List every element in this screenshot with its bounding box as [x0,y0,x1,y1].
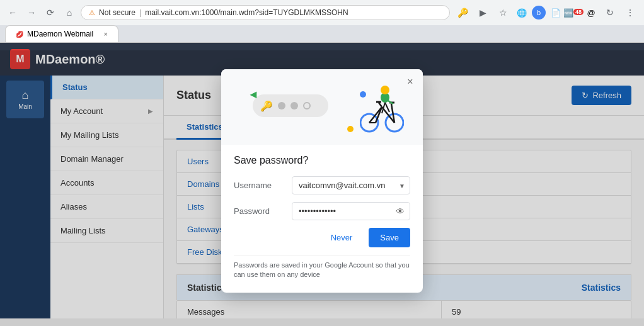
password-row: Password 👁 [234,202,410,220]
refresh-icon-btn[interactable]: ↻ [601,4,619,21]
save-password-dialog: × 🔑 ◄ [221,69,423,293]
address-bar[interactable]: ⚠ Not secure | mail.vait.com.vn:1000/mai… [81,5,450,20]
green-arrow-icon: ◄ [248,88,259,101]
dialog-illustration: 🔑 ◄ [221,69,423,145]
username-select[interactable]: vaitcomvn@vait.com.vn [292,176,410,194]
browser-toolbar: ← → ⟳ ⌂ ⚠ Not secure | mail.vait.com.vn:… [0,0,644,25]
reload-button[interactable]: ⟳ [43,5,58,20]
key-pill: 🔑 [253,94,328,117]
security-icon: ⚠ [89,9,95,17]
key-icon-btn[interactable]: 🔑 [454,4,471,21]
dialog-title: Save password? [234,155,410,166]
dialog-footer: Passwords are saved in your Google Accou… [234,255,410,280]
username-input-wrap: vaitcomvn@vait.com.vn ▼ [292,176,410,194]
yellow-dot [347,126,354,132]
address-separator: | [139,8,141,17]
dot-1 [278,102,285,110]
dialog-body: Save password? Username vaitcomvn@vait.c… [221,145,423,293]
never-button[interactable]: Never [319,228,364,247]
extension-5[interactable]: @ [584,5,599,20]
bookmark-icon-btn[interactable]: ☆ [494,4,512,21]
illustration-area: 🔑 ◄ [240,82,404,138]
tab-bar: 💋 MDaemon Webmail × [0,25,644,42]
home-button[interactable]: ⌂ [62,5,77,20]
back-button[interactable]: ← [5,5,20,20]
password-toggle-button[interactable]: 👁 [394,205,406,218]
browser-chrome: ← → ⟳ ⌂ ⚠ Not secure | mail.vait.com.vn:… [0,0,644,43]
cyclist-illustration [360,85,404,137]
save-button[interactable]: Save [369,228,410,247]
toolbar-icons: 🔑 ▶ ☆ 🌐 b 📄 🆕 48 @ ↻ ⋮ [454,4,639,21]
svg-line-6 [379,103,382,107]
extension-4[interactable]: 🆕 48 [566,5,581,20]
dialog-actions: Never Save [234,228,410,247]
key-icon: 🔑 [260,100,273,112]
svg-point-11 [381,86,389,94]
dot-3 [303,102,311,110]
password-input[interactable] [292,202,410,220]
overlay-backdrop: × 🔑 ◄ [0,50,644,318]
dialog-close-button[interactable]: × [403,74,418,89]
password-label: Password [234,206,284,216]
username-label: Username [234,181,284,190]
more-icon-btn[interactable]: ⋮ [621,4,639,21]
browser-tab[interactable]: 💋 MDaemon Webmail × [5,25,118,42]
forward-button[interactable]: → [24,5,39,20]
cast-icon-btn[interactable]: ▶ [474,4,492,21]
extension-1[interactable]: 🌐 [514,5,529,20]
extension-3[interactable]: 📄 [548,5,563,20]
security-label: Not secure [99,8,135,17]
extension-badge: 48 [573,9,584,15]
dot-2 [290,102,298,110]
tab-close-button[interactable]: × [104,30,108,38]
address-text: mail.vait.com.vn:1000/main.wdm?sid=TUYGD… [145,8,442,17]
tab-favicon: 💋 [16,31,23,38]
username-row: Username vaitcomvn@vait.com.vn ▼ [234,176,410,194]
password-input-wrap: 👁 [292,202,410,220]
tab-label: MDaemon Webmail [27,30,93,38]
extension-2[interactable]: b [532,6,546,20]
